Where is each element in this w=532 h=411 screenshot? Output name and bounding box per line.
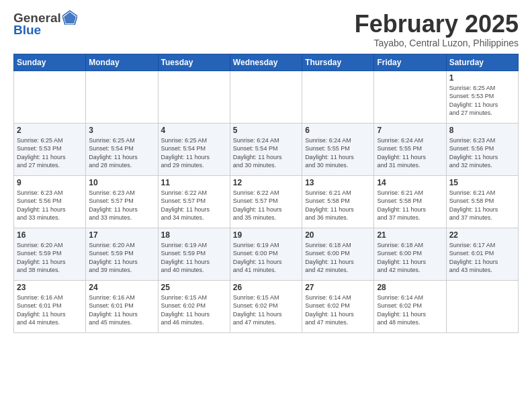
col-sunday: Sunday <box>14 54 86 71</box>
calendar-subtitle: Tayabo, Central Luzon, Philippines <box>355 38 519 48</box>
day-info: Sunrise: 6:20 AM Sunset: 5:59 PM Dayligh… <box>89 241 154 275</box>
day-info: Sunrise: 6:19 AM Sunset: 5:59 PM Dayligh… <box>161 241 227 275</box>
calendar-cell <box>86 71 158 123</box>
day-info: Sunrise: 6:21 AM Sunset: 5:58 PM Dayligh… <box>305 189 371 222</box>
day-info: Sunrise: 6:16 AM Sunset: 6:01 PM Dayligh… <box>17 293 83 327</box>
calendar-cell: 20Sunrise: 6:18 AM Sunset: 6:00 PM Dayli… <box>302 228 374 280</box>
logo: General Blue <box>13 11 77 38</box>
calendar-cell: 7Sunrise: 6:24 AM Sunset: 5:55 PM Daylig… <box>374 123 446 175</box>
calendar-cell: 5Sunrise: 6:24 AM Sunset: 5:54 PM Daylig… <box>230 123 302 175</box>
day-info: Sunrise: 6:15 AM Sunset: 6:02 PM Dayligh… <box>233 293 299 327</box>
day-info: Sunrise: 6:21 AM Sunset: 5:58 PM Dayligh… <box>449 189 515 222</box>
day-number: 20 <box>305 230 371 240</box>
title-area: February 2025 Tayabo, Central Luzon, Phi… <box>355 11 519 48</box>
calendar-cell: 9Sunrise: 6:23 AM Sunset: 5:56 PM Daylig… <box>14 175 86 228</box>
col-monday: Monday <box>86 54 158 71</box>
calendar-cell: 26Sunrise: 6:15 AM Sunset: 6:02 PM Dayli… <box>230 280 302 332</box>
day-number: 10 <box>89 178 154 187</box>
day-info: Sunrise: 6:20 AM Sunset: 5:59 PM Dayligh… <box>17 241 83 275</box>
col-saturday: Saturday <box>446 54 518 71</box>
day-info: Sunrise: 6:22 AM Sunset: 5:57 PM Dayligh… <box>161 189 227 222</box>
day-number: 3 <box>89 126 154 135</box>
day-info: Sunrise: 6:14 AM Sunset: 6:02 PM Dayligh… <box>305 293 371 327</box>
calendar-cell <box>302 71 374 123</box>
calendar-cell: 16Sunrise: 6:20 AM Sunset: 5:59 PM Dayli… <box>14 228 86 280</box>
calendar-cell: 6Sunrise: 6:24 AM Sunset: 5:55 PM Daylig… <box>302 123 374 175</box>
day-info: Sunrise: 6:15 AM Sunset: 6:02 PM Dayligh… <box>161 293 227 327</box>
calendar-week-1: 2Sunrise: 6:25 AM Sunset: 5:53 PM Daylig… <box>14 123 519 175</box>
calendar-week-0: 1Sunrise: 6:25 AM Sunset: 5:53 PM Daylig… <box>14 71 519 123</box>
calendar-cell <box>446 280 518 332</box>
day-info: Sunrise: 6:24 AM Sunset: 5:55 PM Dayligh… <box>305 136 371 170</box>
day-number: 6 <box>305 126 371 135</box>
day-number: 21 <box>377 230 443 240</box>
calendar-cell: 15Sunrise: 6:21 AM Sunset: 5:58 PM Dayli… <box>446 175 518 228</box>
day-info: Sunrise: 6:16 AM Sunset: 6:01 PM Dayligh… <box>89 293 154 327</box>
calendar-cell: 19Sunrise: 6:19 AM Sunset: 6:00 PM Dayli… <box>230 228 302 280</box>
day-info: Sunrise: 6:23 AM Sunset: 5:56 PM Dayligh… <box>449 136 515 170</box>
calendar-cell: 2Sunrise: 6:25 AM Sunset: 5:53 PM Daylig… <box>14 123 86 175</box>
calendar-cell: 1Sunrise: 6:25 AM Sunset: 5:53 PM Daylig… <box>446 71 518 123</box>
day-number: 12 <box>233 178 299 187</box>
col-tuesday: Tuesday <box>158 54 230 71</box>
day-number: 14 <box>377 178 443 187</box>
day-number: 16 <box>17 230 83 240</box>
day-info: Sunrise: 6:18 AM Sunset: 6:00 PM Dayligh… <box>377 241 443 275</box>
day-number: 19 <box>233 230 299 240</box>
calendar-cell: 13Sunrise: 6:21 AM Sunset: 5:58 PM Dayli… <box>302 175 374 228</box>
col-thursday: Thursday <box>302 54 374 71</box>
day-info: Sunrise: 6:25 AM Sunset: 5:54 PM Dayligh… <box>89 136 154 170</box>
calendar-page: General Blue February 2025 Tayabo, Centr… <box>0 0 532 340</box>
calendar-cell: 14Sunrise: 6:21 AM Sunset: 5:58 PM Dayli… <box>374 175 446 228</box>
day-number: 9 <box>17 178 83 187</box>
logo-blue: Blue <box>13 23 41 38</box>
calendar-week-4: 23Sunrise: 6:16 AM Sunset: 6:01 PM Dayli… <box>14 280 519 332</box>
day-number: 7 <box>377 126 443 135</box>
day-info: Sunrise: 6:17 AM Sunset: 6:01 PM Dayligh… <box>449 241 515 275</box>
calendar-cell: 8Sunrise: 6:23 AM Sunset: 5:56 PM Daylig… <box>446 123 518 175</box>
day-info: Sunrise: 6:25 AM Sunset: 5:53 PM Dayligh… <box>449 84 515 118</box>
day-number: 13 <box>305 178 371 187</box>
day-number: 28 <box>377 283 443 292</box>
day-number: 2 <box>17 126 83 135</box>
calendar-cell <box>14 71 86 123</box>
day-info: Sunrise: 6:19 AM Sunset: 6:00 PM Dayligh… <box>233 241 299 275</box>
calendar-cell: 10Sunrise: 6:23 AM Sunset: 5:57 PM Dayli… <box>86 175 158 228</box>
day-number: 18 <box>161 230 227 240</box>
day-info: Sunrise: 6:14 AM Sunset: 6:02 PM Dayligh… <box>377 293 443 327</box>
calendar-cell: 25Sunrise: 6:15 AM Sunset: 6:02 PM Dayli… <box>158 280 230 332</box>
calendar-table: Sunday Monday Tuesday Wednesday Thursday… <box>13 54 519 333</box>
calendar-cell: 23Sunrise: 6:16 AM Sunset: 6:01 PM Dayli… <box>14 280 86 332</box>
calendar-cell: 4Sunrise: 6:25 AM Sunset: 5:54 PM Daylig… <box>158 123 230 175</box>
calendar-cell: 21Sunrise: 6:18 AM Sunset: 6:00 PM Dayli… <box>374 228 446 280</box>
col-wednesday: Wednesday <box>230 54 302 71</box>
day-number: 27 <box>305 283 371 292</box>
day-number: 25 <box>161 283 227 292</box>
calendar-cell: 28Sunrise: 6:14 AM Sunset: 6:02 PM Dayli… <box>374 280 446 332</box>
day-info: Sunrise: 6:21 AM Sunset: 5:58 PM Dayligh… <box>377 189 443 222</box>
day-info: Sunrise: 6:22 AM Sunset: 5:57 PM Dayligh… <box>233 189 299 222</box>
calendar-cell: 18Sunrise: 6:19 AM Sunset: 5:59 PM Dayli… <box>158 228 230 280</box>
header-row: Sunday Monday Tuesday Wednesday Thursday… <box>14 54 519 71</box>
calendar-cell: 11Sunrise: 6:22 AM Sunset: 5:57 PM Dayli… <box>158 175 230 228</box>
calendar-week-2: 9Sunrise: 6:23 AM Sunset: 5:56 PM Daylig… <box>14 175 519 228</box>
header: General Blue February 2025 Tayabo, Centr… <box>13 11 519 48</box>
day-info: Sunrise: 6:24 AM Sunset: 5:54 PM Dayligh… <box>233 136 299 170</box>
day-number: 22 <box>449 230 515 240</box>
day-number: 15 <box>449 178 515 187</box>
day-number: 11 <box>161 178 227 187</box>
calendar-cell: 24Sunrise: 6:16 AM Sunset: 6:01 PM Dayli… <box>86 280 158 332</box>
calendar-cell: 12Sunrise: 6:22 AM Sunset: 5:57 PM Dayli… <box>230 175 302 228</box>
day-info: Sunrise: 6:25 AM Sunset: 5:53 PM Dayligh… <box>17 136 83 170</box>
day-number: 26 <box>233 283 299 292</box>
calendar-cell <box>158 71 230 123</box>
calendar-cell: 27Sunrise: 6:14 AM Sunset: 6:02 PM Dayli… <box>302 280 374 332</box>
day-info: Sunrise: 6:23 AM Sunset: 5:57 PM Dayligh… <box>89 189 154 222</box>
day-number: 1 <box>449 73 515 83</box>
day-info: Sunrise: 6:24 AM Sunset: 5:55 PM Dayligh… <box>377 136 443 170</box>
day-number: 24 <box>89 283 154 292</box>
logo-icon <box>62 10 77 25</box>
calendar-cell <box>230 71 302 123</box>
day-info: Sunrise: 6:25 AM Sunset: 5:54 PM Dayligh… <box>161 136 227 170</box>
calendar-cell: 22Sunrise: 6:17 AM Sunset: 6:01 PM Dayli… <box>446 228 518 280</box>
